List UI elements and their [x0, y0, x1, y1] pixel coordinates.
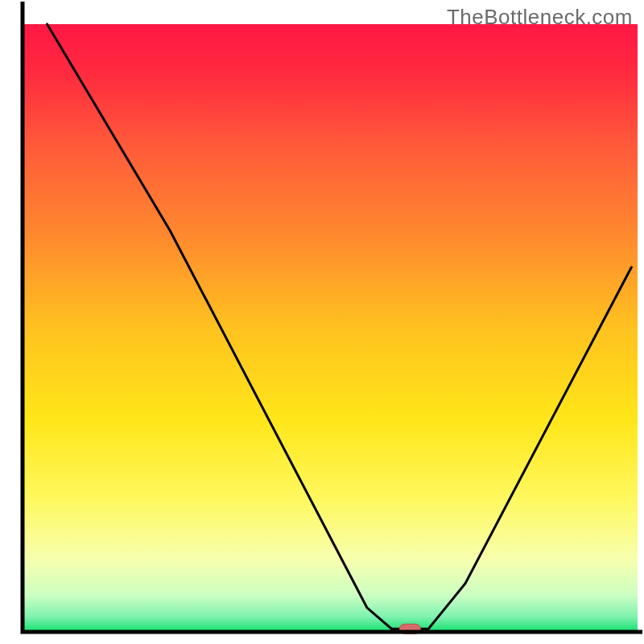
plot-background	[23, 24, 638, 632]
chart-svg	[0, 0, 644, 644]
bottleneck-chart: TheBottleneck.com	[0, 0, 644, 644]
watermark-text: TheBottleneck.com	[447, 5, 633, 30]
